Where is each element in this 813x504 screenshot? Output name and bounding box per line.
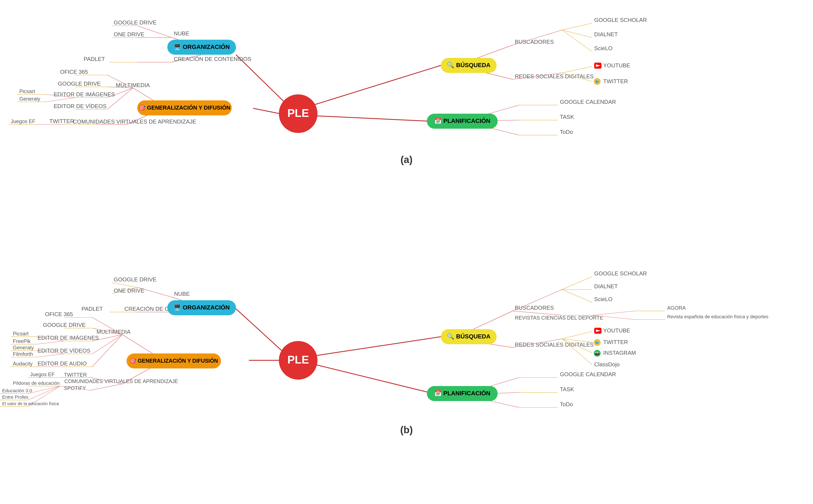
svg-line-94 [36, 341, 64, 344]
branch-editorvid-b: EDITOR DE VÍDEOS [38, 347, 91, 354]
leaf-generaly-a: Generaly [19, 96, 40, 102]
ple-label-a: PLE [287, 107, 309, 119]
leaf-juegosef-b: Juegos EF [30, 371, 55, 377]
leaf-todo-a: ToDo [560, 129, 573, 135]
svg-line-60 [562, 290, 592, 302]
leaf-editorvid-a: EDITOR DE VÍDEOS [54, 103, 107, 109]
branch-redes-b: REDES SOCIALES DIGITALES [515, 341, 594, 348]
leaf-task-a: TASK [560, 114, 574, 120]
leaf-pildoras-b: Píldoras de educación [13, 380, 60, 386]
diagram-container: GOOGLE DRIVE ONE DRIVE NUBE CREACIÓN DE … [0, 0, 813, 504]
svg-line-51 [112, 283, 137, 287]
leaf-youtube-a: YOUTUBE [603, 62, 630, 69]
leaf-instagram-b: INSTAGRAM [603, 350, 636, 356]
svg-text:🎯 GENERALIZACIÓN Y DIFUSIÓN: 🎯 GENERALIZACIÓN Y DIFUSIÓN [139, 104, 230, 111]
leaf-dialnet-a: DIALNET [594, 31, 618, 38]
leaf-googledrive-b1: GOOGLE DRIVE [114, 276, 156, 283]
leaf-youtube-b: YOUTUBE [603, 327, 630, 334]
branch-comunidades-b: COMUNIDADES VIRTUALES DE APRENDIZAJE [64, 378, 178, 384]
leaf-freepik-b: FreePik [13, 338, 31, 344]
leaf-scielo-a: ScieLO [594, 45, 612, 51]
branch-editorimg-b: EDITOR DE IMÁGENES [38, 335, 99, 341]
leaf-googlescholar-a: GOOGLE SCHOLAR [594, 17, 647, 23]
svg-line-61 [513, 311, 562, 315]
svg-text:📅 PLANIFICACIÓN: 📅 PLANIFICACIÓN [434, 117, 490, 124]
branch-revistas-b: REVISTAS CIENCIAS DEL DEPORTE [515, 315, 603, 321]
svg-text:📸: 📸 [595, 351, 600, 356]
svg-line-100 [36, 354, 64, 357]
leaf-audacity-b: Audacity [13, 361, 33, 367]
svg-line-85 [122, 335, 157, 356]
leaf-onedrive-a: ONE DRIVE [114, 31, 144, 38]
leaf-twitter-b: TWITTER [603, 339, 628, 345]
leaf-googlecalendar-a: GOOGLE CALENDAR [560, 99, 616, 105]
branch-twitter-b: TWITTER [64, 372, 87, 378]
leaf-picsart-b: Picsart [13, 331, 29, 337]
leaf-padlet-a: PADLET [84, 56, 105, 62]
svg-text:🖥️ ORGANIZACIÓN: 🖥️ ORGANIZACIÓN [174, 304, 230, 311]
svg-line-115 [28, 386, 60, 400]
leaf-revista-esp-b: Revista española de educación física y d… [667, 314, 768, 319]
svg-text:🎯 GENERALIZACIÓN Y DIFUSIÓN: 🎯 GENERALIZACIÓN Y DIFUSIÓN [130, 358, 218, 364]
svg-text:📅 PLANIFICACIÓN: 📅 PLANIFICACIÓN [434, 390, 490, 397]
leaf-googledrive-b2: GOOGLE DRIVE [43, 322, 86, 328]
leaf-todo-b: ToDo [560, 401, 573, 407]
leaf-twitter-a: TWITTER [603, 78, 628, 85]
leaf-task-b: TASK [560, 386, 574, 392]
svg-line-113 [28, 386, 60, 394]
leaf-ofice365-b: OFICE 365 [45, 311, 73, 317]
svg-line-56 [469, 311, 513, 331]
svg-line-110 [90, 384, 122, 390]
svg-line-10 [562, 23, 592, 30]
line-ple-org-b [236, 309, 285, 354]
svg-text:🖥️ ORGANIZACIÓN: 🖥️ ORGANIZACIÓN [174, 43, 230, 50]
label-a: (a) [400, 154, 413, 165]
branch-buscadores-a: BUSCADORES [515, 39, 554, 45]
line-ple-planificacion-b [315, 365, 429, 392]
leaf-generaly-b: Generaly [13, 345, 34, 350]
branch-editoraudio-b: EDITOR DE AUDIO [38, 360, 87, 367]
svg-line-15 [562, 66, 592, 73]
leaf-scielo-b: ScieLO [594, 296, 612, 302]
svg-line-58 [562, 277, 592, 290]
leaf-picsart-a: Picsart [19, 88, 35, 94]
svg-line-63 [592, 311, 635, 315]
svg-line-36 [45, 98, 75, 102]
leaf-juegosef-a: Juegos EF [11, 118, 35, 124]
leaf-onedrive-b: ONE DRIVE [114, 287, 144, 294]
branch-nube-a: NUBE [174, 30, 189, 37]
branch-twitter-a: TWITTER [49, 118, 74, 124]
svg-line-11 [562, 30, 592, 38]
leaf-filmforth-b: Filmforth [13, 351, 33, 357]
leaf-classdojo-b: ClassDojo [594, 361, 620, 368]
leaf-valoreducacion-b: El valor de la educación física [2, 401, 59, 406]
leaf-googledrive-a1: GOOGLE DRIVE [114, 19, 156, 26]
line-ple-planificacion-a [315, 116, 429, 121]
svg-line-69 [562, 331, 592, 339]
line-ple-busqueda-a [313, 65, 441, 105]
label-b: (b) [400, 424, 413, 435]
svg-text:🐦: 🐦 [595, 79, 600, 84]
branch-buscadores-b: BUSCADORES [515, 305, 554, 311]
branch-editorimg-a: EDITOR DE IMÁGENES [54, 91, 115, 98]
leaf-googledrive-a2: GOOGLE DRIVE [58, 80, 101, 87]
svg-text:🐦: 🐦 [595, 340, 600, 345]
svg-text:🔍 BÚSQUEDA: 🔍 BÚSQUEDA [447, 333, 490, 340]
line-ple-gen-a [253, 108, 280, 114]
line-ple-busqueda-b [313, 337, 441, 356]
leaf-educacion3-b: Educación 3.0 [2, 388, 32, 393]
svg-line-12 [562, 30, 592, 51]
leaf-dialnet-b: DIALNET [594, 283, 618, 290]
leaf-googlescholar-b: GOOGLE SCHOLAR [594, 270, 647, 277]
leaf-googlecalendar-b: GOOGLE CALENDAR [560, 371, 616, 377]
ple-label-b: PLE [287, 353, 309, 366]
leaf-entreprofes-b: Entre Profes [2, 394, 28, 400]
leaf-ofice365-a: OFICE 365 [60, 69, 88, 75]
branch-nube-b: NUBE [174, 291, 190, 297]
leaf-padlet-b: PADLET [82, 306, 103, 312]
branch-creacion-a: CREACIÓN DE CONTENIDOS [174, 56, 251, 62]
leaf-agora-b: AGORA [667, 305, 686, 311]
branch-comunidades-a: COMUNIDADES VIRTUALES DE APRENDIZAJE [73, 118, 196, 125]
svg-text:🔍 BÚSQUEDA: 🔍 BÚSQUEDA [447, 62, 490, 69]
